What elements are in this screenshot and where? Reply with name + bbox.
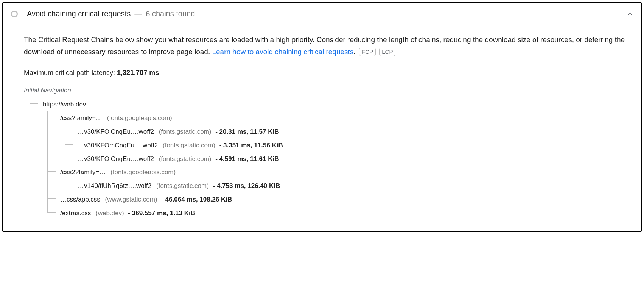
tree-node: …v140/flUhRq6tz….woff2 (fonts.gstatic.co…	[59, 179, 626, 193]
chevron-up-icon[interactable]	[626, 11, 634, 17]
tree-node: /css?family=… (fonts.googleapis.com) …v3…	[41, 111, 626, 166]
audit-header[interactable]: Avoid chaining critical requests — 6 cha…	[3, 3, 641, 25]
tree-node-label: …v30/KFOmCnqEu….woff2 (fonts.gstatic.com…	[76, 139, 283, 152]
tree-node-label: /extras.css (web.dev) - 369.557 ms, 1.13…	[59, 206, 195, 220]
metric-pill-fcp: FCP	[359, 48, 376, 56]
max-latency-value: 1,321.707 ms	[117, 69, 159, 77]
tree-node-label: …v30/KFOlCnqEu….woff2 (fonts.gstatic.com…	[76, 152, 279, 166]
tree-node: https://web.dev /css?family=… (fonts.goo…	[24, 98, 626, 220]
tree-node: …v30/KFOlCnqEu….woff2 (fonts.gstatic.com…	[59, 152, 626, 166]
description-suffix: .	[353, 48, 355, 56]
tree-node: /css2?family=… (fonts.googleapis.com) …v…	[41, 166, 626, 193]
tree-node-label: https://web.dev	[41, 98, 626, 111]
audit-description: The Critical Request Chains below show y…	[24, 34, 626, 58]
max-latency: Maximum critical path latency: 1,321.707…	[24, 69, 626, 77]
audit-body: The Critical Request Chains below show y…	[3, 25, 641, 231]
tree-root-label: Initial Navigation	[24, 86, 626, 95]
metric-pill-lcp: LCP	[379, 48, 395, 56]
tree-node-label: /css2?family=… (fonts.googleapis.com)	[59, 166, 626, 179]
tree-node-label: …css/app.css (www.gstatic.com) - 46.064 …	[59, 193, 232, 206]
tree-node-label: …v140/flUhRq6tz….woff2 (fonts.gstatic.co…	[76, 179, 280, 193]
audit-card: Avoid chaining critical requests — 6 cha…	[2, 2, 642, 232]
request-chain-tree: Initial Navigation https://web.dev	[24, 86, 626, 220]
audit-summary: 6 chains found	[146, 9, 195, 18]
audit-separator: —	[134, 9, 142, 18]
tree-node: …v30/KFOlCnqEu….woff2 (fonts.gstatic.com…	[59, 125, 626, 139]
max-latency-label: Maximum critical path latency:	[24, 69, 117, 77]
status-circle-icon	[11, 11, 18, 17]
audit-title: Avoid chaining critical requests	[27, 9, 131, 18]
learn-more-link[interactable]: Learn how to avoid chaining critical req…	[212, 48, 353, 56]
tree-node-label: …v30/KFOlCnqEu….woff2 (fonts.gstatic.com…	[76, 125, 279, 139]
tree-node: …v30/KFOmCnqEu….woff2 (fonts.gstatic.com…	[59, 139, 626, 152]
tree-node: …css/app.css (www.gstatic.com) - 46.064 …	[41, 193, 626, 206]
tree-node: /extras.css (web.dev) - 369.557 ms, 1.13…	[41, 206, 626, 220]
tree-node-label: /css?family=… (fonts.googleapis.com)	[59, 111, 626, 125]
